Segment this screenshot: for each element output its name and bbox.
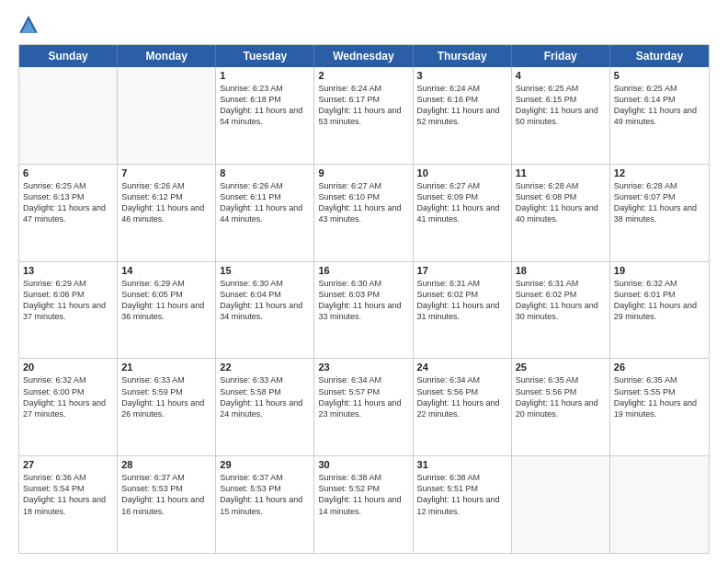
day-number: 15 [220, 265, 310, 276]
day-number: 31 [417, 459, 507, 470]
calendar-cell: 2Sunrise: 6:24 AM Sunset: 6:17 PM Daylig… [314, 67, 413, 164]
day-number: 9 [318, 167, 408, 178]
day-number: 1 [220, 70, 310, 81]
day-number: 11 [516, 167, 606, 178]
calendar-cell: 27Sunrise: 6:36 AM Sunset: 5:54 PM Dayli… [19, 456, 118, 553]
weekday-header: Saturday [610, 45, 709, 67]
header [18, 15, 710, 35]
weekday-header: Sunday [19, 45, 118, 67]
day-info: Sunrise: 6:34 AM Sunset: 5:57 PM Dayligh… [318, 374, 408, 419]
calendar-cell [610, 456, 709, 553]
day-info: Sunrise: 6:32 AM Sunset: 6:00 PM Dayligh… [23, 374, 113, 419]
day-number: 30 [318, 459, 408, 470]
day-number: 24 [417, 362, 507, 373]
weekday-header: Tuesday [216, 45, 314, 67]
day-number: 28 [121, 459, 211, 470]
day-number: 16 [318, 265, 408, 276]
calendar: SundayMondayTuesdayWednesdayThursdayFrid… [18, 44, 710, 554]
day-info: Sunrise: 6:25 AM Sunset: 6:13 PM Dayligh… [23, 180, 113, 225]
day-info: Sunrise: 6:27 AM Sunset: 6:10 PM Dayligh… [318, 180, 408, 225]
weekday-header: Thursday [414, 45, 512, 67]
calendar-cell: 21Sunrise: 6:33 AM Sunset: 5:59 PM Dayli… [118, 359, 216, 455]
calendar-cell: 20Sunrise: 6:32 AM Sunset: 6:00 PM Dayli… [19, 359, 118, 455]
day-info: Sunrise: 6:32 AM Sunset: 6:01 PM Dayligh… [614, 278, 705, 323]
weekday-header: Monday [118, 45, 216, 67]
calendar-cell: 11Sunrise: 6:28 AM Sunset: 6:08 PM Dayli… [512, 165, 610, 261]
calendar-cell: 5Sunrise: 6:25 AM Sunset: 6:14 PM Daylig… [610, 67, 709, 164]
calendar-cell: 6Sunrise: 6:25 AM Sunset: 6:13 PM Daylig… [19, 165, 118, 261]
calendar-row: 27Sunrise: 6:36 AM Sunset: 5:54 PM Dayli… [19, 456, 709, 553]
calendar-row: 1Sunrise: 6:23 AM Sunset: 6:18 PM Daylig… [19, 67, 709, 165]
day-info: Sunrise: 6:27 AM Sunset: 6:09 PM Dayligh… [417, 180, 507, 225]
day-number: 14 [121, 265, 211, 276]
logo [18, 15, 42, 35]
day-number: 6 [23, 167, 113, 178]
day-info: Sunrise: 6:26 AM Sunset: 6:11 PM Dayligh… [220, 180, 310, 225]
day-number: 4 [516, 70, 606, 81]
day-number: 27 [23, 459, 113, 470]
day-info: Sunrise: 6:25 AM Sunset: 6:15 PM Dayligh… [516, 83, 606, 128]
calendar-row: 13Sunrise: 6:29 AM Sunset: 6:06 PM Dayli… [19, 262, 709, 360]
calendar-cell: 8Sunrise: 6:26 AM Sunset: 6:11 PM Daylig… [216, 165, 314, 261]
day-number: 26 [614, 362, 705, 373]
day-info: Sunrise: 6:31 AM Sunset: 6:02 PM Dayligh… [516, 278, 606, 323]
calendar-row: 6Sunrise: 6:25 AM Sunset: 6:13 PM Daylig… [19, 165, 709, 262]
day-number: 18 [516, 265, 606, 276]
weekday-header: Friday [512, 45, 610, 67]
page: SundayMondayTuesdayWednesdayThursdayFrid… [0, 0, 728, 563]
calendar-cell: 24Sunrise: 6:34 AM Sunset: 5:56 PM Dayli… [414, 359, 512, 455]
calendar-cell: 23Sunrise: 6:34 AM Sunset: 5:57 PM Dayli… [314, 359, 413, 455]
day-number: 8 [220, 167, 310, 178]
calendar-cell: 7Sunrise: 6:26 AM Sunset: 6:12 PM Daylig… [118, 165, 216, 261]
day-info: Sunrise: 6:33 AM Sunset: 5:58 PM Dayligh… [220, 374, 310, 419]
day-info: Sunrise: 6:31 AM Sunset: 6:02 PM Dayligh… [417, 278, 507, 323]
calendar-cell: 22Sunrise: 6:33 AM Sunset: 5:58 PM Dayli… [216, 359, 314, 455]
calendar-cell: 18Sunrise: 6:31 AM Sunset: 6:02 PM Dayli… [512, 262, 610, 359]
calendar-cell: 28Sunrise: 6:37 AM Sunset: 5:53 PM Dayli… [118, 456, 216, 553]
day-info: Sunrise: 6:30 AM Sunset: 6:03 PM Dayligh… [318, 278, 408, 323]
calendar-cell [118, 67, 216, 164]
day-info: Sunrise: 6:29 AM Sunset: 6:06 PM Dayligh… [23, 278, 113, 323]
calendar-cell: 30Sunrise: 6:38 AM Sunset: 5:52 PM Dayli… [314, 456, 413, 553]
day-info: Sunrise: 6:34 AM Sunset: 5:56 PM Dayligh… [417, 374, 507, 419]
day-number: 12 [614, 167, 705, 178]
day-info: Sunrise: 6:37 AM Sunset: 5:53 PM Dayligh… [220, 472, 310, 517]
calendar-body: 1Sunrise: 6:23 AM Sunset: 6:18 PM Daylig… [19, 67, 709, 553]
calendar-cell: 31Sunrise: 6:38 AM Sunset: 5:51 PM Dayli… [414, 456, 512, 553]
day-info: Sunrise: 6:28 AM Sunset: 6:08 PM Dayligh… [516, 180, 606, 225]
calendar-cell [512, 456, 610, 553]
day-info: Sunrise: 6:37 AM Sunset: 5:53 PM Dayligh… [121, 472, 211, 517]
day-info: Sunrise: 6:33 AM Sunset: 5:59 PM Dayligh… [121, 374, 211, 419]
logo-icon [18, 15, 39, 35]
calendar-cell: 25Sunrise: 6:35 AM Sunset: 5:56 PM Dayli… [512, 359, 610, 455]
calendar-cell: 9Sunrise: 6:27 AM Sunset: 6:10 PM Daylig… [314, 165, 413, 261]
day-info: Sunrise: 6:38 AM Sunset: 5:52 PM Dayligh… [318, 472, 408, 517]
day-number: 22 [220, 362, 310, 373]
day-number: 19 [614, 265, 705, 276]
day-number: 17 [417, 265, 507, 276]
calendar-cell: 19Sunrise: 6:32 AM Sunset: 6:01 PM Dayli… [610, 262, 709, 359]
calendar-cell: 15Sunrise: 6:30 AM Sunset: 6:04 PM Dayli… [216, 262, 314, 359]
day-info: Sunrise: 6:26 AM Sunset: 6:12 PM Dayligh… [121, 180, 211, 225]
day-info: Sunrise: 6:25 AM Sunset: 6:14 PM Dayligh… [614, 83, 705, 128]
weekday-header: Wednesday [314, 45, 413, 67]
day-info: Sunrise: 6:29 AM Sunset: 6:05 PM Dayligh… [121, 278, 211, 323]
day-info: Sunrise: 6:30 AM Sunset: 6:04 PM Dayligh… [220, 278, 310, 323]
day-info: Sunrise: 6:24 AM Sunset: 6:16 PM Dayligh… [417, 83, 507, 128]
day-info: Sunrise: 6:24 AM Sunset: 6:17 PM Dayligh… [318, 83, 408, 128]
day-info: Sunrise: 6:35 AM Sunset: 5:55 PM Dayligh… [614, 374, 705, 419]
day-info: Sunrise: 6:38 AM Sunset: 5:51 PM Dayligh… [417, 472, 507, 517]
day-number: 2 [318, 70, 408, 81]
day-info: Sunrise: 6:28 AM Sunset: 6:07 PM Dayligh… [614, 180, 705, 225]
calendar-cell: 3Sunrise: 6:24 AM Sunset: 6:16 PM Daylig… [414, 67, 512, 164]
calendar-cell: 4Sunrise: 6:25 AM Sunset: 6:15 PM Daylig… [512, 67, 610, 164]
day-number: 20 [23, 362, 113, 373]
day-number: 25 [516, 362, 606, 373]
calendar-cell: 26Sunrise: 6:35 AM Sunset: 5:55 PM Dayli… [610, 359, 709, 455]
day-number: 7 [121, 167, 211, 178]
calendar-cell: 29Sunrise: 6:37 AM Sunset: 5:53 PM Dayli… [216, 456, 314, 553]
calendar-cell: 16Sunrise: 6:30 AM Sunset: 6:03 PM Dayli… [314, 262, 413, 359]
day-number: 3 [417, 70, 507, 81]
calendar-cell: 1Sunrise: 6:23 AM Sunset: 6:18 PM Daylig… [216, 67, 314, 164]
day-info: Sunrise: 6:36 AM Sunset: 5:54 PM Dayligh… [23, 472, 113, 517]
